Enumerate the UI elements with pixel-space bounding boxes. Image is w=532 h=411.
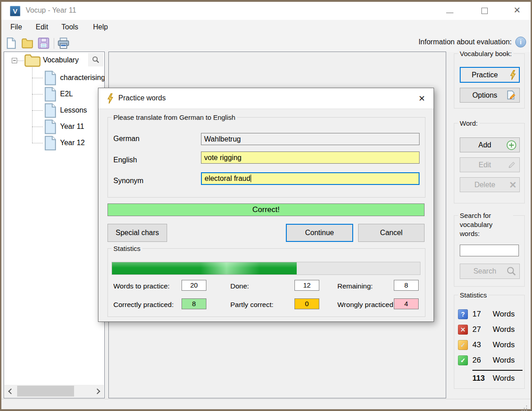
delete-x-icon: ✕ — [509, 180, 517, 189]
continue-button[interactable]: Continue — [286, 224, 353, 242]
delete-word-button[interactable]: Delete ✕ — [460, 177, 520, 192]
synonym-value: electoral fraud — [205, 175, 250, 182]
scrollbar-thumb[interactable] — [17, 386, 74, 397]
translate-group: Please translate from German to English … — [107, 117, 425, 198]
save-icon[interactable] — [37, 37, 50, 49]
partly-correct-value: 0 — [294, 298, 319, 309]
stat-count: 17 — [472, 310, 481, 319]
practice-statistics-group: Statistics Words to practice: 20 Done: 1… — [107, 248, 425, 317]
stat-unit: Words — [493, 356, 515, 365]
menu-edit[interactable]: Edit — [36, 23, 48, 31]
document-icon — [44, 136, 56, 152]
special-chars-button[interactable]: Special chars — [107, 224, 167, 242]
tree-collapse-toggle[interactable] — [12, 58, 17, 63]
print-icon[interactable] — [57, 37, 70, 49]
menu-file[interactable]: File — [10, 23, 22, 31]
tree-item-lessons[interactable]: Lessons — [60, 106, 87, 114]
menu-tools[interactable]: Tools — [61, 23, 78, 31]
word-group-title: Word: — [458, 119, 480, 127]
statistics-group-title: Statistics — [458, 291, 489, 299]
stat-unit: Words — [493, 340, 515, 350]
vocabulary-search-input[interactable] — [460, 245, 519, 256]
maximize-button[interactable] — [478, 6, 491, 15]
result-banner: Correct! — [107, 203, 425, 216]
tree-item-year-12[interactable]: Year 12 — [60, 139, 85, 147]
cancel-button[interactable]: Cancel — [358, 224, 425, 242]
maximize-icon — [481, 8, 488, 14]
word-group: Word: Add Edit Delete ✕ — [454, 123, 525, 203]
remaining-value: 8 — [394, 280, 419, 291]
practice-button[interactable]: Practice — [460, 67, 520, 83]
stat-count: 27 — [472, 325, 481, 334]
practice-progress-fill — [112, 262, 297, 274]
delete-button-label: Delete — [474, 181, 505, 189]
dialog-title: Practice words — [118, 94, 166, 102]
words-to-practice-value: 20 — [182, 280, 206, 291]
close-icon: ✕ — [513, 5, 521, 15]
practice-progress-bar — [112, 262, 420, 275]
edit-word-button[interactable]: Edit — [460, 157, 520, 172]
close-button[interactable]: ✕ — [510, 4, 524, 17]
folder-icon — [24, 53, 41, 69]
vocabulary-tree-panel: Vocabulary characterising E2L Lessons Ye… — [4, 52, 105, 398]
stat-unit: Words — [493, 325, 515, 334]
edit-button-label: Edit — [479, 161, 501, 169]
practice-words-dialog: Practice words ✕ Please translate from G… — [98, 88, 434, 322]
tree-connector — [32, 94, 43, 94]
green-check-icon: ✓ — [458, 355, 468, 365]
translate-group-title: Please translate from German to English — [112, 113, 237, 121]
german-field[interactable]: Wahlbetrug — [201, 133, 420, 145]
add-word-button[interactable]: Add — [460, 137, 520, 152]
search-button-label: Search — [473, 267, 506, 275]
wrongly-practiced-label: Wrongly practiced: — [337, 301, 395, 309]
tree-connector — [32, 67, 33, 143]
resize-grip-icon[interactable] — [526, 406, 527, 406]
menu-bar: File Edit Tools Help — [1, 20, 531, 35]
german-value: Wahlbetrug — [204, 135, 241, 143]
new-file-icon[interactable] — [5, 37, 17, 49]
search-icon — [506, 266, 517, 277]
document-icon — [44, 71, 56, 87]
menu-help[interactable]: Help — [93, 23, 108, 31]
scroll-left-icon[interactable] — [8, 388, 14, 394]
stat-unit: Words — [493, 310, 515, 319]
info-icon[interactable]: i — [515, 37, 526, 47]
done-value: 12 — [294, 280, 319, 291]
tree-connector — [32, 110, 43, 111]
open-folder-icon[interactable] — [21, 37, 33, 49]
minus-icon — [13, 60, 16, 61]
synonym-field[interactable]: electoral fraud — [201, 172, 420, 185]
desktop-frame: V Vocup - Year 11 ✕ File Edit Tools Help… — [0, 0, 532, 411]
edit-page-icon — [506, 90, 517, 101]
status-bar — [1, 399, 531, 409]
tree-item-e2l[interactable]: E2L — [60, 90, 73, 98]
red-cross-icon: ✕ — [458, 325, 468, 335]
scroll-right-icon[interactable] — [94, 388, 100, 394]
plus-circle-icon — [506, 140, 517, 150]
tree-search-button[interactable] — [88, 53, 103, 66]
text-caret — [251, 175, 251, 182]
toolbar-separator — [54, 38, 54, 49]
minimize-button[interactable] — [443, 7, 457, 15]
tree-connector — [32, 78, 43, 78]
options-button[interactable]: Options — [460, 88, 520, 103]
tree-item-characterising[interactable]: characterising — [60, 74, 105, 82]
document-icon — [44, 103, 56, 120]
done-label: Done: — [230, 282, 249, 290]
tree-root-vocabulary[interactable]: Vocabulary — [43, 56, 79, 64]
title-bar: V Vocup - Year 11 ✕ — [1, 2, 531, 20]
tree-connector — [32, 127, 43, 127]
search-icon — [92, 56, 100, 64]
tree-item-year-11[interactable]: Year 11 — [60, 123, 84, 131]
horizontal-scrollbar[interactable] — [5, 385, 104, 397]
remaining-label: Remaining: — [337, 282, 373, 290]
info-about-evaluation-label: Information about evaluation: — [419, 38, 512, 46]
english-value: vote rigging — [204, 154, 242, 161]
stat-count: 26 — [472, 356, 481, 365]
statistics-group: Statistics ? 17 Words ✕ 27 Words ✓ 43 Wo… — [454, 295, 525, 389]
english-field[interactable]: vote rigging — [201, 151, 420, 164]
total-count: 113 — [472, 374, 485, 383]
german-label: German — [113, 135, 140, 143]
dialog-close-button[interactable]: ✕ — [415, 92, 429, 105]
search-button[interactable]: Search — [460, 264, 520, 279]
